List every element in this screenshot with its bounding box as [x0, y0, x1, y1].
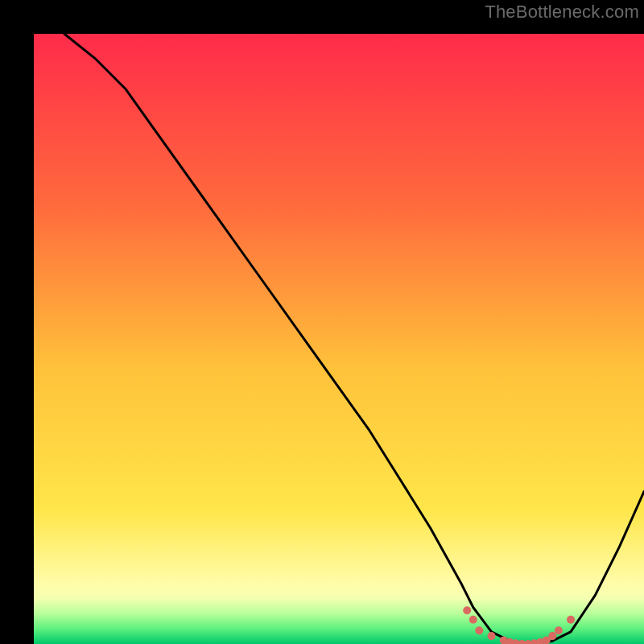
marker-dot [548, 632, 556, 640]
marker-dot [567, 616, 575, 624]
gradient-background [34, 34, 644, 644]
plot-frame [17, 17, 627, 627]
bottleneck-chart [34, 34, 644, 644]
marker-dot [475, 626, 483, 634]
watermark-text: TheBottleneck.com [485, 2, 639, 23]
marker-dot [555, 626, 563, 634]
marker-dot [469, 616, 477, 624]
marker-dot [463, 606, 471, 614]
marker-dot [488, 632, 496, 640]
